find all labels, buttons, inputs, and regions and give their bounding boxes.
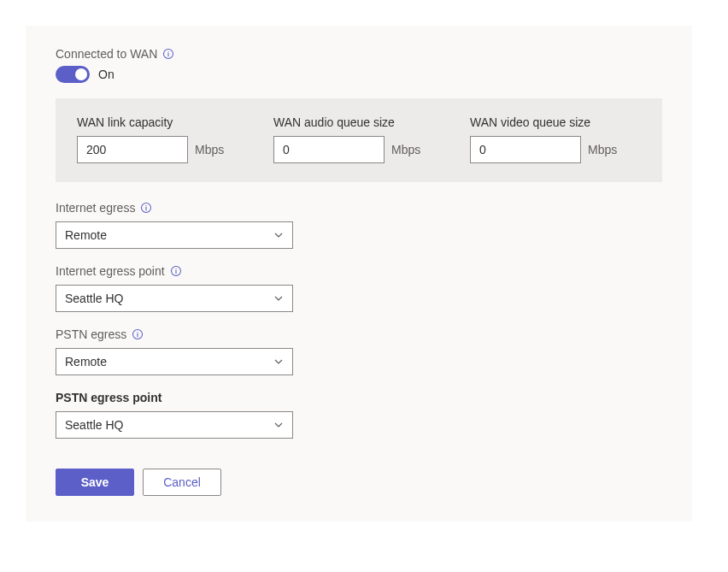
- internet-egress-label: Internet egress: [56, 201, 135, 215]
- wan-audio-queue-input-group: Mbps: [273, 136, 444, 163]
- wan-video-queue-unit: Mbps: [588, 143, 617, 156]
- internet-egress-label-row: Internet egress: [56, 201, 662, 215]
- svg-point-8: [175, 268, 176, 269]
- svg-point-11: [138, 332, 138, 333]
- connected-to-wan-section: Connected to WAN On: [56, 47, 662, 83]
- internet-egress-value: Remote: [65, 228, 107, 242]
- internet-egress-field: Internet egress Remote: [56, 201, 662, 249]
- pstn-egress-point-value: Seattle HQ: [65, 418, 123, 432]
- action-bar: Save Cancel: [56, 469, 662, 496]
- connected-to-wan-toggle[interactable]: [56, 66, 90, 83]
- chevron-down-icon: [273, 230, 284, 240]
- wan-video-queue-label: WAN video queue size: [470, 115, 641, 129]
- internet-egress-point-label: Internet egress point: [56, 264, 165, 278]
- info-icon[interactable]: [132, 328, 144, 340]
- wan-audio-queue-label: WAN audio queue size: [273, 115, 444, 129]
- wan-settings-box: WAN link capacity Mbps WAN audio queue s…: [56, 98, 662, 182]
- info-icon[interactable]: [170, 265, 182, 277]
- pstn-egress-label: PSTN egress: [56, 327, 126, 341]
- wan-link-capacity-label: WAN link capacity: [77, 115, 248, 129]
- chevron-down-icon: [273, 357, 284, 367]
- save-button[interactable]: Save: [56, 469, 134, 496]
- settings-panel: Connected to WAN On WAN link capacity Mb…: [26, 26, 692, 522]
- wan-audio-queue-field: WAN audio queue size Mbps: [273, 115, 444, 163]
- svg-point-5: [146, 205, 147, 206]
- wan-link-capacity-field: WAN link capacity Mbps: [77, 115, 248, 163]
- chevron-down-icon: [273, 293, 284, 304]
- connected-to-wan-toggle-row: On: [56, 66, 662, 83]
- wan-video-queue-field: WAN video queue size Mbps: [470, 115, 641, 163]
- connected-to-wan-label: Connected to WAN: [56, 47, 157, 61]
- wan-video-queue-input-group: Mbps: [470, 136, 641, 163]
- internet-egress-point-field: Internet egress point Seattle HQ: [56, 264, 662, 312]
- pstn-egress-select[interactable]: Remote: [56, 348, 293, 375]
- info-icon[interactable]: [140, 202, 152, 214]
- wan-audio-queue-input[interactable]: [273, 136, 385, 163]
- toggle-state-label: On: [98, 68, 114, 81]
- internet-egress-point-value: Seattle HQ: [65, 292, 123, 305]
- internet-egress-point-select[interactable]: Seattle HQ: [56, 285, 293, 312]
- wan-link-capacity-input-group: Mbps: [77, 136, 248, 163]
- pstn-egress-label-row: PSTN egress: [56, 327, 662, 341]
- pstn-egress-field: PSTN egress Remote: [56, 327, 662, 375]
- info-icon[interactable]: [162, 48, 174, 60]
- cancel-button[interactable]: Cancel: [143, 469, 221, 496]
- wan-video-queue-input[interactable]: [470, 136, 581, 163]
- wan-link-capacity-unit: Mbps: [195, 143, 224, 156]
- internet-egress-point-label-row: Internet egress point: [56, 264, 662, 278]
- internet-egress-select[interactable]: Remote: [56, 221, 293, 249]
- wan-link-capacity-input[interactable]: [77, 136, 188, 163]
- wan-audio-queue-unit: Mbps: [391, 143, 420, 156]
- pstn-egress-point-label-row: PSTN egress point: [56, 391, 662, 404]
- connected-to-wan-label-row: Connected to WAN: [56, 47, 662, 61]
- pstn-egress-point-field: PSTN egress point Seattle HQ: [56, 391, 662, 439]
- pstn-egress-value: Remote: [65, 355, 107, 369]
- toggle-knob: [75, 68, 87, 80]
- svg-point-2: [168, 51, 169, 52]
- pstn-egress-point-label: PSTN egress point: [56, 391, 161, 404]
- pstn-egress-point-select[interactable]: Seattle HQ: [56, 411, 293, 439]
- chevron-down-icon: [273, 420, 284, 430]
